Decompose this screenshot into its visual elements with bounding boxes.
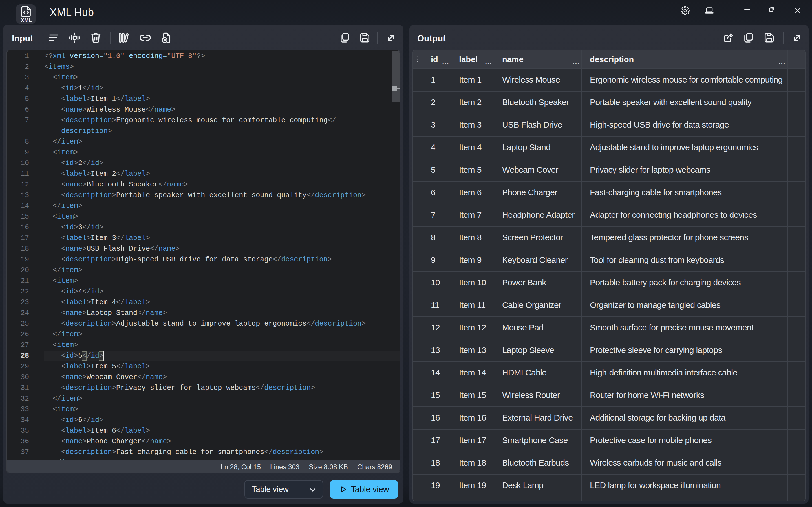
svg-text:XML: XML bbox=[20, 17, 32, 23]
